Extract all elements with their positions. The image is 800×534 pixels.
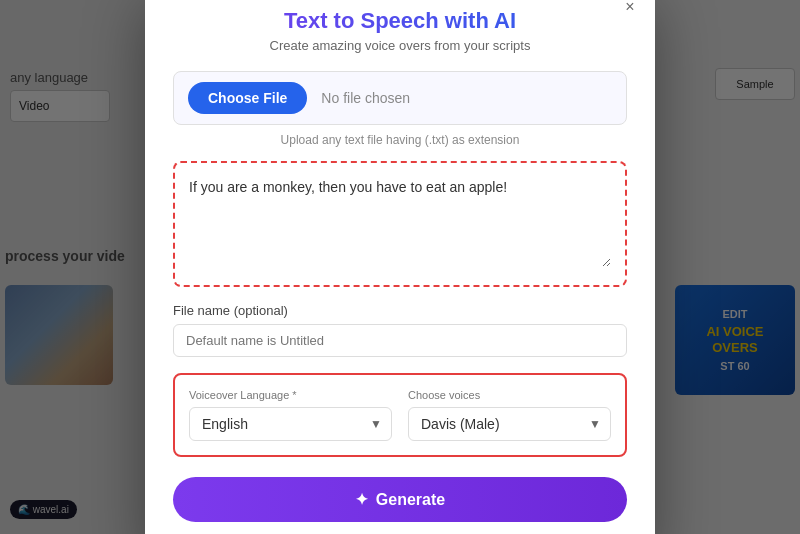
choose-file-button[interactable]: Choose File [188, 82, 307, 114]
script-textarea[interactable] [189, 177, 611, 267]
file-name-label: File name (optional) [173, 303, 627, 318]
language-col-label: Voiceover Language * [189, 389, 392, 401]
modal-title: Text to Speech with AI [173, 8, 627, 34]
generate-label: Generate [376, 491, 445, 509]
file-name-input[interactable] [173, 324, 627, 357]
close-button[interactable]: × [619, 0, 641, 18]
upload-hint: Upload any text file having (.txt) as ex… [173, 133, 627, 147]
generate-button[interactable]: ✦ Generate [173, 477, 627, 522]
modal-wrapper: × Text to Speech with AI Create amazing … [0, 0, 800, 534]
generate-icon: ✦ [355, 490, 368, 509]
voices-col-label: Choose voices [408, 389, 611, 401]
language-select-wrapper: English ▼ [189, 407, 392, 441]
no-file-label: No file chosen [321, 90, 410, 106]
tts-modal: × Text to Speech with AI Create amazing … [145, 0, 655, 534]
voices-select-wrapper: Davis (Male) ▼ [408, 407, 611, 441]
voices-select[interactable]: Davis (Male) [408, 407, 611, 441]
language-col: Voiceover Language * English ▼ [189, 389, 392, 441]
voices-col: Choose voices Davis (Male) ▼ [408, 389, 611, 441]
text-area-wrapper [173, 161, 627, 287]
voice-settings-row: Voiceover Language * English ▼ Choose vo… [173, 373, 627, 457]
file-upload-row: Choose File No file chosen [173, 71, 627, 125]
language-select[interactable]: English [189, 407, 392, 441]
modal-subtitle: Create amazing voice overs from your scr… [173, 38, 627, 53]
